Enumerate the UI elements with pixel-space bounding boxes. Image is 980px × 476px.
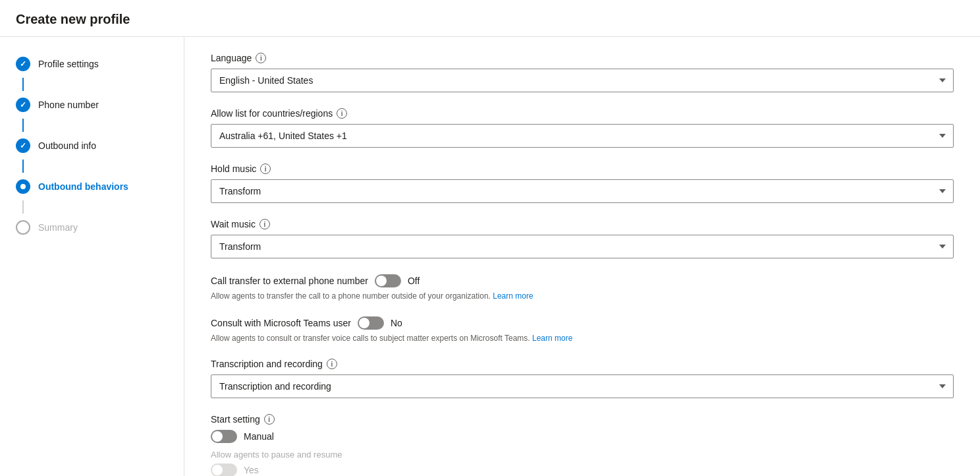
allow-list-info-icon[interactable]: i	[337, 108, 347, 119]
step-circle-outbound-behaviors	[16, 179, 30, 194]
consult-teams-label: Consult with Microsoft Teams user	[211, 318, 351, 328]
transcription-select-wrapper: Transcription and recording Transcriptio…	[211, 374, 954, 398]
hold-music-select[interactable]: Transform Default Custom	[211, 179, 954, 203]
call-transfer-group: Call transfer to external phone number O…	[211, 274, 954, 301]
language-group: Language i English - United States Engli…	[211, 53, 954, 92]
sub-toggle-row: Yes	[211, 463, 954, 476]
start-setting-info-icon[interactable]: i	[264, 414, 275, 425]
sidebar: ✓ Profile settings ✓ Phone number ✓ Outb…	[0, 37, 184, 476]
page-title: Create new profile	[0, 0, 980, 37]
step-circle-profile-settings: ✓	[16, 57, 30, 71]
allow-list-select-wrapper: Australia +61, United States +1	[211, 124, 954, 148]
call-transfer-knob	[376, 276, 387, 286]
allow-agents-toggle[interactable]	[211, 463, 237, 476]
transcription-group: Transcription and recording i Transcript…	[211, 359, 954, 398]
call-transfer-learn-more[interactable]: Learn more	[493, 291, 533, 301]
call-transfer-toggle[interactable]	[375, 274, 401, 287]
active-dot-icon	[20, 184, 26, 189]
sidebar-item-phone-number[interactable]: ✓ Phone number	[0, 91, 184, 119]
allow-list-label: Allow list for countries/regions	[211, 108, 333, 119]
allow-agents-knob	[212, 465, 223, 475]
consult-teams-knob	[359, 318, 369, 328]
sidebar-item-profile-settings[interactable]: ✓ Profile settings	[0, 50, 184, 78]
start-setting-group: Start setting i Manual Allow agents to p…	[211, 414, 954, 476]
consult-teams-description: Allow agents to consult or transfer voic…	[211, 334, 954, 343]
checkmark-icon-3: ✓	[20, 141, 26, 150]
hold-music-info-icon[interactable]: i	[260, 164, 271, 174]
step-connector-4	[22, 200, 24, 214]
sidebar-label-phone-number: Phone number	[38, 100, 99, 110]
sidebar-item-outbound-info[interactable]: ✓ Outbound info	[0, 132, 184, 160]
checkmark-icon: ✓	[20, 59, 26, 69]
hold-music-select-wrapper: Transform Default Custom	[211, 179, 954, 203]
sidebar-label-outbound-behaviors: Outbound behaviors	[38, 181, 128, 192]
start-setting-knob	[212, 431, 223, 442]
wait-music-label: Wait music	[211, 219, 256, 229]
language-select-wrapper: English - United States English - United…	[211, 69, 954, 92]
step-connector-3	[22, 160, 24, 173]
start-setting-label: Start setting	[211, 414, 260, 425]
consult-teams-status: No	[391, 318, 402, 328]
sidebar-label-profile-settings: Profile settings	[38, 59, 99, 69]
allow-agents-row: Allow agents to pause and resume Yes	[211, 450, 954, 476]
main-content: Language i English - United States Engli…	[184, 37, 980, 476]
sidebar-item-outbound-behaviors[interactable]: Outbound behaviors	[0, 173, 184, 200]
hold-music-group: Hold music i Transform Default Custom	[211, 164, 954, 203]
consult-teams-toggle[interactable]	[358, 316, 384, 330]
step-circle-summary	[16, 220, 30, 235]
transcription-info-icon[interactable]: i	[327, 359, 337, 369]
step-circle-phone-number: ✓	[16, 98, 30, 112]
language-info-icon[interactable]: i	[256, 53, 266, 63]
checkmark-icon-2: ✓	[20, 100, 26, 109]
step-circle-outbound-info: ✓	[16, 138, 30, 153]
sidebar-item-summary[interactable]: Summary	[0, 214, 184, 241]
transcription-label: Transcription and recording	[211, 359, 323, 369]
allow-agents-label: Allow agents to pause and resume	[211, 450, 954, 460]
step-connector-1	[22, 78, 24, 91]
call-transfer-status: Off	[408, 276, 420, 286]
sidebar-label-summary: Summary	[38, 222, 78, 233]
sidebar-label-outbound-info: Outbound info	[38, 140, 96, 151]
call-transfer-label: Call transfer to external phone number	[211, 276, 368, 286]
start-setting-toggle-row: Manual	[211, 430, 954, 443]
start-setting-toggle[interactable]	[211, 430, 237, 443]
wait-music-group: Wait music i Transform Default Custom	[211, 219, 954, 258]
wait-music-select-wrapper: Transform Default Custom	[211, 235, 954, 258]
language-select[interactable]: English - United States English - United…	[211, 69, 954, 92]
transcription-select[interactable]: Transcription and recording Transcriptio…	[211, 374, 954, 398]
hold-music-label: Hold music	[211, 164, 256, 174]
allow-agents-status: Yes	[244, 465, 259, 475]
consult-teams-group: Consult with Microsoft Teams user No All…	[211, 316, 954, 343]
consult-teams-learn-more[interactable]: Learn more	[532, 334, 572, 343]
wait-music-info-icon[interactable]: i	[259, 219, 270, 229]
wait-music-select[interactable]: Transform Default Custom	[211, 235, 954, 258]
allow-list-group: Allow list for countries/regions i Austr…	[211, 108, 954, 148]
step-connector-2	[22, 119, 24, 132]
call-transfer-description: Allow agents to transfer the call to a p…	[211, 291, 954, 301]
language-label: Language	[211, 53, 252, 63]
start-setting-toggle-label: Manual	[244, 431, 274, 442]
allow-list-select[interactable]: Australia +61, United States +1	[211, 124, 954, 148]
